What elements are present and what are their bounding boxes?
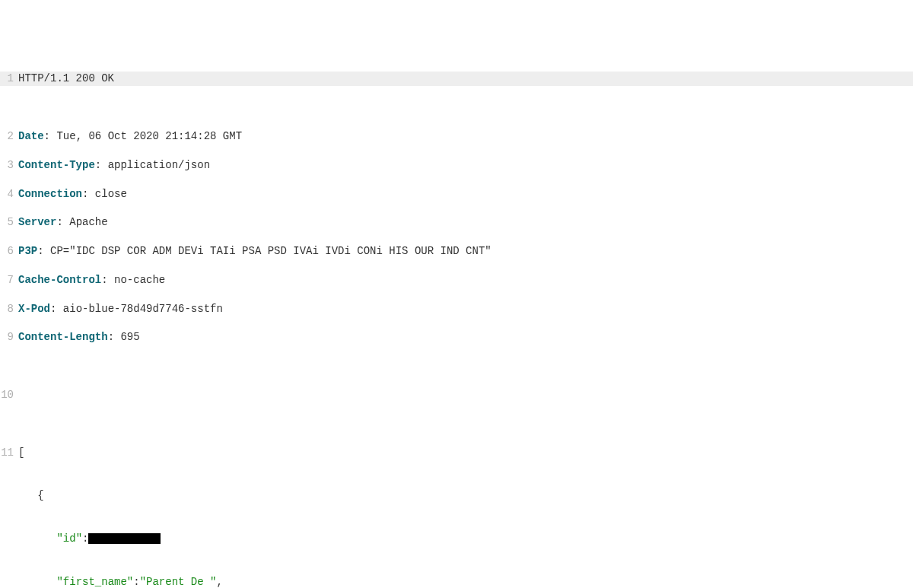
body-row-open-brace: {: [0, 488, 913, 503]
json-first-name-key: "first_name": [56, 576, 133, 588]
json-open-brace: {: [37, 489, 43, 501]
gutter-10: 10: [0, 388, 18, 402]
line-6: 6 P3P: CP="IDC DSP COR ADM DEVi TAIi PSA…: [0, 244, 913, 259]
hdr-cl-v: 695: [120, 331, 139, 343]
body-row-first-name: "first_name":"Parent De ",: [0, 575, 913, 588]
line-7: 7 Cache-Control: no-cache: [0, 273, 913, 288]
hdr-xpod-v: aio-blue-78d49d7746-sstfn: [63, 303, 223, 315]
hdr-xpod-k: X-Pod: [18, 303, 50, 315]
gutter-9: 9: [0, 330, 18, 345]
line-10: 10: [0, 388, 913, 402]
gutter-3: 3: [0, 158, 18, 173]
hdr-conn-k: Connection: [18, 188, 82, 200]
hdr-ct-k: Content-Type: [18, 159, 95, 171]
line-9: 9 Content-Length: 695: [0, 330, 913, 345]
line-2: 2 Date: Tue, 06 Oct 2020 21:14:28 GMT: [0, 129, 913, 144]
hdr-ct-v: application/json: [108, 159, 210, 171]
hdr-cl-k: Content-Length: [18, 331, 108, 343]
gutter-4: 4: [0, 187, 18, 202]
json-open-bracket: [: [18, 447, 24, 459]
gutter-11: 11: [0, 446, 18, 460]
json-id-key: "id": [56, 532, 82, 545]
status-line: HTTP/1.1 200 OK: [18, 72, 114, 84]
gutter-7: 7: [0, 273, 18, 288]
line-11: 11 [: [0, 446, 913, 460]
gutter-8: 8: [0, 302, 18, 316]
gutter-6: 6: [0, 244, 18, 259]
line-3: 3 Content-Type: application/json: [0, 158, 913, 173]
hdr-date-v: Tue, 06 Oct 2020 21:14:28 GMT: [56, 130, 242, 142]
gutter-2: 2: [0, 129, 18, 144]
hdr-p3p-v: CP="IDC DSP COR ADM DEVi TAIi PSA PSD IV…: [50, 245, 491, 257]
hdr-cc-k: Cache-Control: [18, 274, 101, 286]
hdr-p3p-k: P3P: [18, 245, 37, 257]
hdr-conn-v: close: [95, 188, 127, 200]
line-1: 1 HTTP/1.1 200 OK: [0, 72, 913, 86]
hdr-cc-v: no-cache: [114, 274, 165, 286]
line-8: 8 X-Pod: aio-blue-78d49d7746-sstfn: [0, 302, 913, 316]
line-4: 4 Connection: close: [0, 187, 913, 202]
gutter-1: 1: [0, 72, 18, 86]
json-first-name-val: "Parent De ": [140, 576, 217, 588]
line-5: 5 Server: Apache: [0, 215, 913, 230]
gutter-5: 5: [0, 215, 18, 230]
hdr-srv-k: Server: [18, 216, 56, 228]
hdr-srv-v: Apache: [69, 216, 107, 228]
redacted-id: [88, 533, 161, 544]
body-row-id: "id":: [0, 532, 913, 546]
hdr-date-k: Date: [18, 130, 44, 142]
